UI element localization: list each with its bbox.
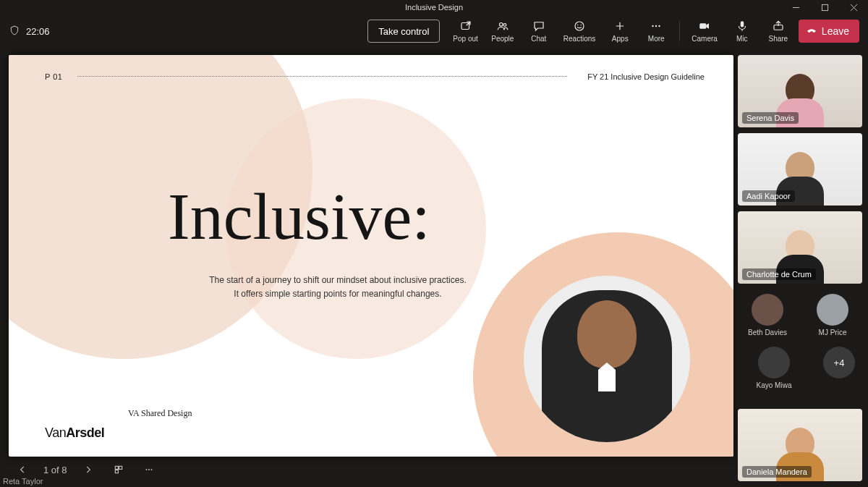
participant-name: Charlotte de Crum: [742, 268, 816, 280]
svg-point-8: [655, 25, 657, 27]
participant-tile[interactable]: Charlotte de Crum: [738, 211, 862, 284]
take-control-button[interactable]: Take control: [367, 20, 440, 43]
participant-avatar-row: Kayo Miwa +4: [738, 342, 862, 389]
share-button[interactable]: Share: [762, 15, 794, 47]
slide-page-indicator: 1 of 8: [43, 465, 67, 475]
camera-button[interactable]: Camera: [687, 15, 722, 47]
slide-guideline: FY 21 Inclusive Design Guideline: [587, 72, 705, 81]
more-button[interactable]: More: [640, 15, 672, 47]
grid-view-button[interactable]: [109, 460, 128, 479]
reactions-button[interactable]: Reactions: [559, 15, 600, 47]
svg-point-2: [499, 23, 503, 27]
slide-title: Inclusive:: [168, 178, 430, 255]
participant-tile[interactable]: Serena Davis: [738, 55, 862, 127]
reactions-icon: [573, 20, 586, 33]
participant-tile[interactable]: Aadi Kapoor: [738, 133, 862, 206]
meeting-timer: 22:06: [26, 26, 50, 37]
meeting-toolbar: 22:06 Take control Pop out People Chat R…: [0, 14, 868, 48]
svg-point-17: [148, 469, 150, 470]
svg-point-18: [150, 469, 152, 470]
svg-point-3: [503, 24, 506, 27]
slide-portrait: [524, 276, 690, 442]
svg-rect-15: [115, 470, 118, 473]
slide: P 01 FY 21 Inclusive Design Guideline In…: [9, 55, 733, 457]
mic-button[interactable]: Mic: [726, 15, 758, 47]
more-icon: [650, 20, 663, 33]
presenter-name: Reta Taylor: [3, 477, 43, 486]
brand-logo: VanArsdel: [45, 425, 104, 441]
people-icon: [496, 20, 509, 33]
shield-icon: [9, 25, 20, 38]
svg-rect-14: [119, 466, 122, 469]
apps-button[interactable]: Apps: [604, 15, 636, 47]
next-slide-button[interactable]: [79, 460, 98, 479]
stage-footer: 1 of 8: [9, 457, 733, 483]
svg-rect-0: [822, 4, 827, 10]
svg-point-6: [581, 25, 582, 26]
participant-rail: Serena Davis Aadi Kapoor Charlotte de Cr…: [733, 48, 868, 487]
self-view-tile[interactable]: Daniela Mandera: [738, 409, 862, 481]
slide-subtitle: The start of a journey to shift our mind…: [193, 274, 482, 301]
plus-icon: [613, 20, 626, 33]
minimize-button[interactable]: [781, 0, 810, 14]
svg-rect-11: [741, 21, 744, 27]
camera-icon: [698, 20, 711, 33]
people-button[interactable]: People: [487, 15, 519, 47]
slide-more-button[interactable]: [140, 460, 158, 479]
svg-point-5: [577, 25, 579, 26]
svg-point-4: [575, 22, 584, 30]
participant-name: Aadi Kapoor: [742, 190, 795, 202]
svg-point-7: [652, 25, 654, 27]
close-window-button[interactable]: [839, 0, 868, 14]
svg-rect-10: [699, 23, 706, 29]
dotted-rule: [77, 76, 567, 77]
participant-avatar[interactable]: Beth Davies: [746, 294, 789, 336]
slide-page-label: P 01: [45, 72, 62, 81]
share-icon: [772, 20, 785, 33]
presentation-stage: P 01 FY 21 Inclusive Design Guideline In…: [0, 48, 733, 487]
leave-button[interactable]: Leave: [799, 20, 859, 43]
self-view-name: Daniela Mandera: [742, 466, 812, 478]
maximize-button[interactable]: [810, 0, 839, 14]
pop-out-icon: [459, 20, 472, 33]
window-title: Inclusive Design: [405, 3, 463, 12]
participant-avatar[interactable]: Kayo Miwa: [752, 347, 796, 389]
participant-avatar-row: Beth Davies MJ Price: [738, 289, 862, 336]
slide-shared-line: VA Shared Design: [128, 408, 192, 419]
toolbar-divider: [679, 21, 680, 41]
mic-icon: [736, 20, 749, 33]
chat-button[interactable]: Chat: [523, 15, 555, 47]
pop-out-button[interactable]: Pop out: [448, 15, 482, 47]
participant-avatar[interactable]: MJ Price: [811, 294, 854, 336]
participant-overflow[interactable]: +4: [817, 347, 861, 389]
hangup-icon: [806, 25, 817, 38]
title-bar: Inclusive Design: [0, 0, 868, 14]
svg-rect-13: [115, 466, 118, 469]
participant-name: Serena Davis: [742, 112, 799, 124]
svg-point-9: [659, 25, 660, 27]
svg-point-16: [145, 469, 147, 470]
chat-icon: [532, 20, 545, 33]
